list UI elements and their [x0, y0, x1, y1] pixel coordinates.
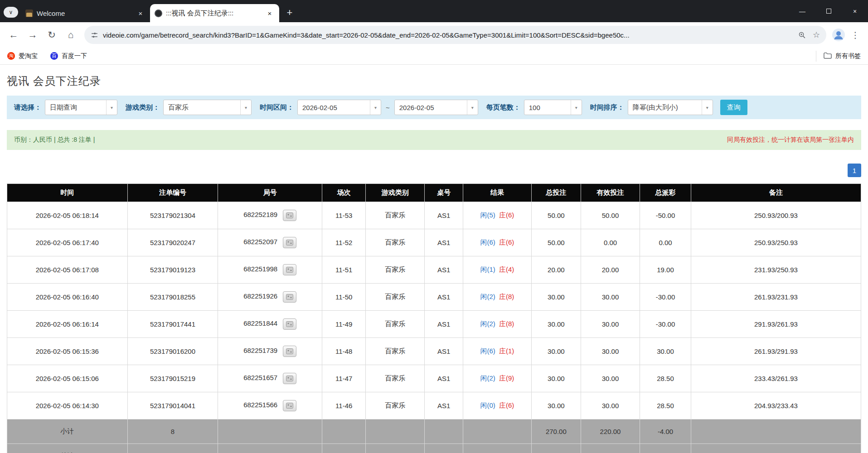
cell-valid-bet: 20.00 — [581, 256, 640, 284]
chevron-down-icon: ▾ — [240, 100, 251, 115]
tab-strip: ∨ Welcome × :::视讯 会员下注纪录::: × + — × — [0, 0, 868, 22]
round-replay-button[interactable] — [283, 318, 296, 330]
pagination-top: 1 — [7, 164, 861, 177]
game-type-select[interactable]: 百家乐 ▾ — [163, 100, 252, 115]
total-label: 总计 — [7, 444, 128, 453]
page-size-select[interactable]: 100 ▾ — [524, 100, 582, 115]
window-maximize-button[interactable] — [815, 0, 842, 22]
bookmarks-bar: 淘 爱淘宝 百 百度一下 所有书签 — [0, 48, 868, 65]
search-button[interactable]: 查询 — [720, 100, 747, 115]
col-header-bet-id: 注单编号 — [127, 184, 218, 202]
round-id: 682252189 — [243, 211, 277, 218]
round-replay-button[interactable] — [283, 237, 296, 248]
round-replay-button[interactable] — [283, 400, 296, 411]
round-replay-button[interactable] — [283, 210, 296, 221]
welcome-favicon-icon — [25, 10, 33, 17]
replay-icon — [286, 212, 293, 218]
back-button[interactable]: ← — [5, 26, 23, 44]
chevron-down-icon: ▾ — [370, 100, 381, 115]
round-id: 682252097 — [243, 238, 277, 246]
profile-avatar[interactable] — [831, 27, 846, 43]
chevron-down-icon: ▾ — [571, 100, 582, 115]
address-bar[interactable]: videoie.com/game/betrecord_search/kind3?… — [84, 26, 826, 44]
col-header-game: 游戏类别 — [366, 184, 425, 202]
tab-welcome[interactable]: Welcome × — [21, 4, 150, 22]
date-start-select[interactable]: 2026-02-05 ▾ — [297, 100, 381, 115]
cell-note: 261.93/231.93 — [691, 284, 861, 311]
cell-result: 闲(6) 庄(1) — [463, 338, 532, 365]
result-player: 闲(6) — [480, 238, 495, 246]
cell-table: AS1 — [425, 256, 463, 284]
cell-game: 百家乐 — [366, 256, 425, 284]
page-size-label: 每页笔数： — [486, 103, 520, 112]
round-replay-button[interactable] — [283, 264, 296, 275]
cell-round: 682251566 — [218, 392, 322, 419]
round-replay-button[interactable] — [283, 346, 296, 357]
subtotal-payout: -4.00 — [640, 419, 691, 444]
home-button[interactable]: ⌂ — [62, 26, 80, 44]
round-replay-button[interactable] — [283, 291, 296, 303]
table-row: 2026-02-05 06:16:40 523179018255 6822519… — [7, 284, 861, 311]
table-header-row: 时间 注单编号 局号 场次 游戏类别 桌号 结果 总投注 有效投注 总派彩 备注 — [7, 184, 861, 202]
zoom-icon[interactable] — [795, 28, 809, 42]
chevron-down-icon: ▾ — [467, 100, 478, 115]
cell-round: 682252189 — [218, 202, 322, 229]
window-minimize-button[interactable]: — — [789, 0, 815, 22]
url-text[interactable]: videoie.com/game/betrecord_search/kind3?… — [103, 31, 795, 39]
cell-total-bet[interactable]: 50.00 — [531, 202, 581, 229]
col-header-round: 局号 — [218, 184, 322, 202]
cell-payout: 28.50 — [640, 365, 691, 392]
cell-payout: -30.00 — [640, 311, 691, 338]
cell-bet-id: 523179021304 — [127, 202, 218, 229]
all-bookmarks-button[interactable]: 所有书签 — [816, 51, 861, 62]
game-type-label: 游戏类别： — [126, 103, 160, 112]
sort-order-select[interactable]: 降幂(由大到小) ▾ — [628, 100, 713, 115]
replay-icon — [286, 403, 293, 409]
cell-table: AS1 — [425, 202, 463, 229]
cell-total-bet[interactable]: 20.00 — [531, 256, 581, 284]
chevron-down-icon: ▾ — [702, 100, 713, 115]
col-header-result: 结果 — [463, 184, 532, 202]
bookmark-baidu[interactable]: 百 百度一下 — [50, 52, 87, 60]
browser-menu-button[interactable]: ⋮ — [847, 27, 863, 43]
cell-total-bet[interactable]: 50.00 — [531, 229, 581, 256]
baidu-icon: 百 — [50, 52, 58, 60]
cell-round: 682251657 — [218, 365, 322, 392]
round-id: 682251998 — [243, 265, 277, 273]
bet-records-table: 时间 注单编号 局号 场次 游戏类别 桌号 结果 总投注 有效投注 总派彩 备注… — [7, 183, 861, 453]
new-tab-button[interactable]: + — [282, 5, 297, 20]
cell-game: 百家乐 — [366, 311, 425, 338]
person-icon — [832, 28, 845, 42]
forward-button[interactable]: → — [24, 26, 42, 44]
result-banker: 庄(6) — [499, 211, 514, 219]
replay-icon — [286, 321, 293, 327]
cell-note: 250.93/200.93 — [691, 202, 861, 229]
query-type-select[interactable]: 日期查询 ▾ — [45, 100, 117, 115]
cell-valid-bet: 30.00 — [581, 338, 640, 365]
cell-total-bet[interactable]: 30.00 — [531, 365, 581, 392]
footer-empty-cell — [366, 444, 425, 453]
date-end-select[interactable]: 2026-02-05 ▾ — [394, 100, 478, 115]
tab-search-button[interactable]: ∨ — [4, 7, 18, 18]
cell-total-bet[interactable]: 30.00 — [531, 284, 581, 311]
tab-close-button[interactable]: × — [136, 8, 145, 18]
bookmark-star-icon[interactable]: ☆ — [809, 28, 824, 42]
tab-close-button[interactable]: × — [265, 8, 275, 18]
cell-total-bet[interactable]: 30.00 — [531, 392, 581, 419]
col-header-time: 时间 — [7, 184, 128, 202]
bookmark-aitaobao[interactable]: 淘 爱淘宝 — [7, 52, 38, 60]
notice-text: 同局有效投注，统一计算在该局第一张注单内 — [727, 136, 854, 144]
cell-bet-id: 523179020247 — [127, 229, 218, 256]
window-close-button[interactable]: × — [842, 0, 868, 22]
page-1-button[interactable]: 1 — [848, 164, 861, 177]
cell-total-bet[interactable]: 30.00 — [531, 311, 581, 338]
cell-total-bet[interactable]: 30.00 — [531, 338, 581, 365]
bookmark-label: 百度一下 — [62, 52, 87, 60]
cell-payout: -30.00 — [640, 284, 691, 311]
reload-button[interactable]: ↻ — [43, 26, 61, 44]
round-replay-button[interactable] — [283, 373, 296, 384]
tab-betrecord[interactable]: :::视讯 会员下注纪录::: × — [150, 4, 279, 22]
col-header-note: 备注 — [691, 184, 861, 202]
cell-valid-bet: 50.00 — [581, 202, 640, 229]
site-settings-icon[interactable] — [91, 31, 98, 39]
